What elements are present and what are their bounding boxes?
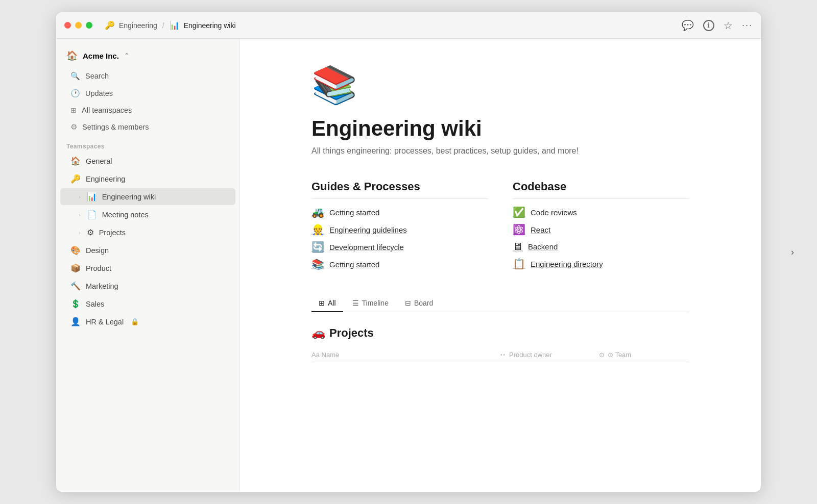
sidebar-item-hr-legal[interactable]: 👤 HR & Legal 🔒 (60, 313, 235, 330)
sidebar-design-label: Design (86, 246, 109, 255)
marketing-icon: 🔨 (70, 281, 81, 291)
development-lifecycle-icon: 🔄 (311, 241, 324, 253)
sidebar-hr-label: HR & Legal (86, 318, 124, 326)
favorite-icon[interactable]: ☆ (724, 19, 733, 32)
tab-timeline[interactable]: ☰ Timeline (345, 295, 396, 312)
development-lifecycle-label: Development lifecycle (329, 243, 404, 251)
sidebar-product-label: Product (86, 264, 111, 272)
react-label: React (531, 225, 550, 234)
sidebar-item-updates[interactable]: 🕐 Updates (60, 85, 235, 102)
projects-icon: ⚙ (87, 228, 94, 237)
sidebar-meeting-notes-label: Meeting notes (102, 211, 149, 219)
settings-icon: ⚙ (70, 122, 77, 132)
board-tab-icon: ⊟ (405, 299, 411, 307)
guides-links: 🚜 Getting started 👷 Engineering guidelin… (311, 206, 488, 270)
backend-icon: 🖥 (513, 241, 523, 253)
sidebar-projects-label: Projects (99, 229, 126, 237)
parent-icon: 🔑 (105, 20, 115, 30)
link-react[interactable]: ⚛️ React (513, 223, 689, 236)
projects-section: 🚗 Projects Aa Name •• Product owner (311, 326, 689, 362)
search-icon: 🔍 (70, 71, 80, 81)
projects-expand-chevron: › (79, 230, 81, 236)
current-icon: 📊 (170, 20, 180, 30)
teamspaces-section-label: Teamspaces (56, 136, 239, 152)
link-getting-started-1[interactable]: 🚜 Getting started (311, 206, 488, 218)
tab-timeline-label: Timeline (362, 299, 389, 307)
sidebar-item-product[interactable]: 📦 Product (60, 260, 235, 276)
close-button[interactable] (64, 22, 71, 29)
main-layout: 🏠 Acme Inc. ⌃ 🔍 Search 🕐 Updates ⊞ All t… (56, 39, 761, 492)
sidebar-item-sales[interactable]: 💲 Sales (60, 295, 235, 312)
engineering-guidelines-label: Engineering guidelines (329, 225, 407, 234)
sidebar: 🏠 Acme Inc. ⌃ 🔍 Search 🕐 Updates ⊞ All t… (56, 39, 240, 492)
page-title: Engineering wiki (311, 117, 689, 140)
sidebar-sales-label: Sales (86, 300, 104, 308)
sidebar-all-teamspaces-label: All teamspaces (82, 106, 132, 114)
sidebar-item-engineering-wiki[interactable]: › 📊 Engineering wiki (60, 188, 235, 205)
tab-all[interactable]: ⊞ All (311, 295, 343, 312)
comment-icon[interactable]: 💬 (682, 19, 694, 31)
parent-label[interactable]: Engineering (119, 21, 157, 30)
name-header-label: Aa Name (311, 351, 339, 359)
info-icon[interactable]: ℹ (703, 20, 714, 31)
sidebar-wiki-label: Engineering wiki (102, 193, 156, 201)
more-icon[interactable]: ··· (742, 20, 753, 31)
app-window: 🔑 Engineering / 📊 Engineering wiki 💬 ℹ ☆… (56, 12, 761, 492)
tab-board[interactable]: ⊟ Board (398, 295, 440, 312)
tab-board-label: Board (414, 299, 433, 307)
sidebar-item-general[interactable]: 🏠 General (60, 153, 235, 169)
link-getting-started-2[interactable]: 📚 Getting started (311, 258, 488, 270)
sidebar-item-marketing[interactable]: 🔨 Marketing (60, 278, 235, 294)
view-tabs: ⊞ All ☰ Timeline ⊟ Board (311, 295, 689, 312)
codebase-section: Codebase ✅ Code reviews ⚛️ React (513, 180, 689, 270)
code-reviews-label: Code reviews (531, 208, 577, 217)
breadcrumb-separator: / (162, 21, 164, 30)
lock-icon: 🔒 (131, 318, 139, 325)
table-header-team: ⊙ ⊙ Team (599, 351, 689, 359)
maximize-button[interactable] (86, 22, 92, 29)
sidebar-updates-label: Updates (85, 89, 113, 97)
product-icon: 📦 (70, 263, 81, 273)
link-backend[interactable]: 🖥 Backend (513, 241, 689, 253)
getting-started-icon: 🚜 (311, 206, 324, 218)
link-engineering-guidelines[interactable]: 👷 Engineering guidelines (311, 223, 488, 236)
getting-started-2-label: Getting started (329, 260, 379, 269)
team-circle-icon: ⊙ (599, 351, 605, 359)
sidebar-item-settings[interactable]: ⚙ Settings & members (60, 119, 235, 135)
sidebar-item-projects[interactable]: › ⚙ Projects (60, 224, 235, 241)
engineering-directory-label: Engineering directory (531, 260, 603, 268)
guides-section: Guides & Processes 🚜 Getting started 👷 E… (311, 180, 488, 270)
owner-dots-icon: •• (500, 352, 506, 358)
engineering-guidelines-icon: 👷 (311, 223, 324, 236)
sidebar-item-search[interactable]: 🔍 Search (60, 68, 235, 84)
minimize-button[interactable] (75, 22, 82, 29)
codebase-heading: Codebase (513, 180, 689, 199)
wiki-expand-chevron: › (79, 194, 81, 200)
engineering-directory-icon: 📋 (513, 258, 525, 270)
link-development-lifecycle[interactable]: 🔄 Development lifecycle (311, 241, 488, 253)
sidebar-item-engineering[interactable]: 🔑 Engineering (60, 170, 235, 187)
react-icon: ⚛️ (513, 223, 525, 236)
link-engineering-directory[interactable]: 📋 Engineering directory (513, 258, 689, 270)
sidebar-item-meeting-notes[interactable]: › 📄 Meeting notes (60, 206, 235, 223)
meeting-notes-icon: 📄 (87, 210, 97, 219)
timeline-tab-icon: ☰ (352, 299, 359, 307)
content-wrapper: 📚 Engineering wiki All things engineerin… (240, 39, 761, 403)
page-subtitle: All things engineering: processes, best … (311, 146, 689, 156)
workspace-selector[interactable]: 🏠 Acme Inc. ⌃ (56, 47, 239, 67)
sidebar-engineering-label: Engineering (86, 175, 125, 183)
general-icon: 🏠 (70, 156, 81, 166)
sidebar-general-label: General (86, 157, 112, 165)
current-label: Engineering wiki (184, 21, 236, 30)
meeting-expand-chevron: › (79, 212, 81, 218)
sales-icon: 💲 (70, 299, 81, 309)
link-code-reviews[interactable]: ✅ Code reviews (513, 206, 689, 218)
page-body: 📚 Engineering wiki All things engineerin… (271, 39, 730, 403)
sidebar-item-all-teamspaces[interactable]: ⊞ All teamspaces (60, 103, 235, 118)
sidebar-item-design[interactable]: 🎨 Design (60, 242, 235, 259)
tab-all-label: All (328, 299, 336, 307)
workspace-chevron-icon: ⌃ (124, 52, 129, 59)
table-header-name: Aa Name (311, 351, 492, 359)
page-emoji: 📚 (311, 63, 689, 107)
team-header-label: ⊙ Team (608, 351, 631, 359)
